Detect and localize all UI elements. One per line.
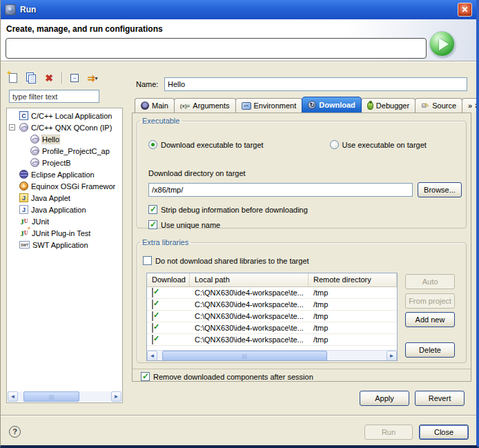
tree-item[interactable]: C/C++ Local Application	[7, 110, 122, 121]
config-toolbar: ✖ − ⇉▾	[6, 70, 99, 86]
c-app-icon	[19, 111, 28, 120]
libraries-table: Download Local path Remote directory C:\…	[146, 273, 398, 361]
tree-item[interactable]: ProjectB	[7, 157, 122, 168]
table-row[interactable]: C:\QNX630\ide4-workspace\te.../tmp	[147, 334, 397, 346]
tab-label: Download	[319, 101, 355, 109]
tab-overflow[interactable]: »2	[462, 98, 479, 113]
scroll-right-icon[interactable]: ►	[111, 391, 121, 402]
remove-components-checkbox-row[interactable]: Remove downloaded components after sessi…	[141, 372, 313, 381]
column-header-remote-directory[interactable]: Remote directory	[309, 273, 397, 286]
radio-icon[interactable]	[330, 140, 339, 149]
tab-label: Arguments	[193, 101, 229, 110]
row-download-checkbox[interactable]	[152, 311, 153, 321]
column-header-local-path[interactable]: Local path	[190, 273, 309, 286]
run-dialog-icon	[5, 4, 16, 15]
run-dialog: Run ✕ Create, manage, and run configurat…	[0, 0, 479, 448]
table-row[interactable]: C:\QNX630\ide4-workspace\te.../tmp	[147, 322, 397, 334]
table-horizontal-scrollbar[interactable]: ◄ ►	[147, 350, 397, 360]
delete-button[interactable]: Delete	[405, 342, 455, 358]
filter-input[interactable]	[9, 90, 99, 103]
browse-button[interactable]: Browse...	[418, 182, 462, 197]
no-shared-label: Do not download shared libraries to the …	[155, 257, 309, 265]
scrollbar-track[interactable]	[18, 391, 111, 402]
table-row[interactable]: C:\QNX630\ide4-workspace\te.../tmp	[147, 287, 397, 299]
tab-arguments[interactable]: Arguments	[174, 98, 236, 113]
tree-item[interactable]: »JUnit Plug-in Test	[7, 227, 122, 239]
apply-button[interactable]: Apply	[360, 391, 409, 406]
scroll-right-icon[interactable]: ►	[387, 351, 397, 361]
run-banner-icon	[429, 31, 455, 57]
row-download-checkbox[interactable]	[152, 300, 153, 309]
tree-item[interactable]: SWT Application	[7, 239, 122, 251]
name-input[interactable]	[164, 77, 467, 91]
title-bar[interactable]: Run ✕	[1, 0, 476, 19]
qconn-icon	[30, 158, 39, 167]
radio-download-label: Download executable to target	[161, 141, 264, 149]
table-row[interactable]: C:\QNX630\ide4-workspace\te.../tmp	[147, 299, 397, 311]
no-shared-checkbox-row[interactable]: Do not download shared libraries to the …	[143, 256, 309, 265]
tree-item[interactable]: JUnit	[7, 215, 122, 227]
strip-debug-checkbox-row[interactable]: Strip debug information before downloadi…	[148, 205, 308, 214]
scrollbar-track[interactable]	[157, 351, 387, 360]
column-header-download[interactable]: Download	[147, 273, 190, 286]
collapse-all-button[interactable]: −	[68, 71, 81, 85]
radio-icon[interactable]	[148, 140, 157, 149]
executable-radio-row: Download executable to target Use execut…	[148, 140, 459, 149]
run-button[interactable]: Run	[364, 425, 413, 440]
row-download-checkbox[interactable]	[152, 288, 153, 298]
scroll-left-icon[interactable]: ◄	[8, 391, 18, 402]
tree-item[interactable]: Eclipse Application	[7, 168, 122, 180]
remove-components-checkbox[interactable]	[141, 372, 150, 381]
extra-libraries-group-title: Extra libraries	[140, 238, 190, 246]
tab-label: Environment	[254, 101, 297, 110]
tab-environment[interactable]: Environment	[235, 98, 303, 113]
tree-item[interactable]: −C/C++ QNX QConn (IP)	[7, 121, 122, 133]
from-project-button[interactable]: From project	[405, 293, 455, 309]
chevron-down-icon: ▾	[95, 75, 97, 81]
table-row[interactable]: C:\QNX630\ide4-workspace\te.../tmp	[147, 311, 397, 322]
new-configuration-button[interactable]	[6, 71, 20, 85]
close-button[interactable]: Close	[419, 425, 469, 440]
collapse-expander-icon[interactable]: −	[9, 124, 15, 130]
add-new-button[interactable]: Add new	[405, 312, 455, 327]
filter-menu-button[interactable]: ⇉▾	[86, 71, 99, 85]
unique-name-checkbox-row[interactable]: Use unique name	[148, 220, 220, 229]
new-configuration-icon	[9, 73, 17, 83]
download-directory-input[interactable]	[148, 183, 413, 197]
scrollbar-thumb[interactable]	[23, 391, 79, 402]
tree-item[interactable]: Java Applet	[7, 192, 122, 204]
revert-button[interactable]: Revert	[415, 391, 465, 406]
row-download-checkbox[interactable]	[152, 335, 153, 344]
content-divider	[133, 369, 471, 369]
cell-download	[147, 300, 190, 309]
auto-button[interactable]: Auto	[405, 274, 455, 289]
tree-item-label: C/C++ QNX QConn (IP)	[31, 124, 112, 132]
delete-button[interactable]: ✖	[42, 71, 56, 85]
duplicate-button[interactable]	[24, 71, 38, 85]
tab-main[interactable]: Main	[135, 98, 175, 113]
strip-debug-checkbox[interactable]	[148, 205, 157, 214]
tab-download[interactable]: Download	[302, 97, 362, 113]
tree-horizontal-scrollbar[interactable]: ◄ ►	[8, 391, 121, 402]
radio-download-executable[interactable]: Download executable to target	[148, 140, 264, 149]
strip-debug-label: Strip debug information before downloadi…	[161, 206, 308, 214]
no-shared-checkbox[interactable]	[143, 256, 152, 265]
close-icon[interactable]: ✕	[458, 3, 472, 17]
qconn-icon	[30, 146, 39, 155]
tree-item[interactable]: Profile_ProjectC_ap	[7, 145, 122, 157]
tree-item[interactable]: Hello	[7, 133, 122, 145]
tree-item-label: SWT Application	[32, 241, 88, 249]
scroll-left-icon[interactable]: ◄	[147, 351, 157, 361]
radio-use-executable[interactable]: Use executable on target	[330, 140, 427, 149]
tree-item[interactable]: Java Application	[7, 204, 122, 215]
scrollbar-thumb[interactable]	[162, 351, 327, 361]
row-download-checkbox[interactable]	[152, 323, 153, 333]
tab-source[interactable]: Source	[415, 98, 462, 113]
tree-item[interactable]: Equinox OSGi Framewor	[7, 180, 122, 192]
tree-item-label: JUnit Plug-in Test	[32, 229, 90, 237]
help-button[interactable]: ?	[9, 426, 21, 438]
tab-debugger[interactable]: Debugger	[361, 98, 416, 113]
java-applet-icon	[19, 193, 28, 202]
unique-name-checkbox[interactable]	[148, 220, 157, 229]
arguments-tab-icon	[180, 103, 190, 109]
